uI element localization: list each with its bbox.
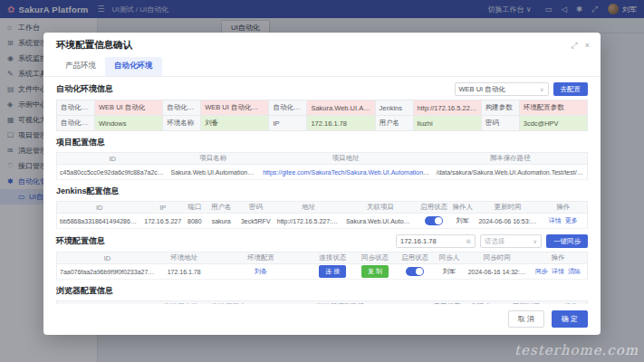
env-table: ID环境地址环境配置连接状态同步状态启用状态同步人同步时间操作7aa076faa… <box>56 252 588 280</box>
table-cell: Sakura.Web.UI.Automation.Test <box>168 165 259 180</box>
env-ip-input[interactable]: 172.16.1.78 ⊗ <box>396 234 476 248</box>
confirm-button[interactable]: 确 定 <box>552 310 588 328</box>
cell-text: Sakura.Web.UI.Automation.Test <box>346 218 418 224</box>
automation-type-select[interactable]: WEB UI 自动化∨ <box>455 82 549 96</box>
column-header: 项目名称 <box>168 153 259 165</box>
status-action-button[interactable]: 复 制 <box>361 265 389 278</box>
go-config-button[interactable]: 去配置 <box>553 82 589 96</box>
desc-value: Windows <box>95 116 163 131</box>
column-header: 端口 <box>184 202 205 214</box>
column-header: 环境配置 <box>210 252 311 264</box>
desc-label: IP <box>269 116 307 131</box>
cell-text: 172.16.5.227 <box>144 218 181 224</box>
enable-toggle[interactable] <box>425 216 443 225</box>
cell-text: 2024-06-16 14:32:28 <box>468 269 527 275</box>
table-cell: 刘军 <box>434 264 466 280</box>
action-links: 详情更多 <box>547 217 580 224</box>
section-title-jenkins: Jenkins配置信息 <box>56 186 588 197</box>
table-cell: Sakura.Web.UI.Automation.Test <box>343 214 418 229</box>
column-header: 用户名 <box>206 202 237 214</box>
table-cell <box>418 214 449 229</box>
table-cell: 连 接 <box>312 264 354 280</box>
desc-label: 构建参数 <box>481 100 519 116</box>
desc-value: 3cdc@HPV <box>519 116 587 131</box>
column-header: 脚本保存路径 <box>434 153 588 165</box>
column-header: 同步时间 <box>466 252 529 264</box>
column-header: ID <box>57 252 158 264</box>
env-confirm-dialog: 环境配置信息确认 ⤢ × 产品环境 自动化环境 自动化环境信息 WEB UI 自… <box>43 33 601 335</box>
project-table: ID项目名称项目地址脚本保存路径c45a80cc5cc0e92da6c9fc88… <box>56 152 588 180</box>
column-header: 启用状态 <box>397 252 434 264</box>
section-title-project: 项目配置信息 <box>56 137 588 148</box>
cancel-button[interactable]: 取 消 <box>508 310 544 328</box>
table-cell: 8080 <box>184 214 205 229</box>
cell-text: sakura <box>212 218 231 224</box>
table-cell: /data/sakura/Sakura.Web.UI.Automation.Te… <box>434 165 588 180</box>
action-links: 同步详情清除 <box>533 268 582 274</box>
column-header: 地址 <box>274 202 343 214</box>
table-cell: https://gitee.com/SakuraTech/Sakura.Web.… <box>258 165 433 180</box>
column-header: ID <box>57 153 168 165</box>
column-header: 同步人 <box>434 252 466 264</box>
cell-text: Sakura.Web.UI.Automation.Test <box>171 169 259 176</box>
action-link[interactable]: 更多 <box>565 217 578 224</box>
cell-text: 8080 <box>187 218 202 224</box>
cell-link[interactable]: https://gitee.com/SakuraTech/Sakura.Web.… <box>263 169 433 176</box>
tab-product-env[interactable]: 产品环境 <box>56 57 105 76</box>
column-header: 连接状态 <box>312 252 354 264</box>
table-cell: 复 制 <box>354 264 397 280</box>
clear-input-icon[interactable]: ⊗ <box>466 238 471 245</box>
desc-label: 环境名称 <box>163 116 201 131</box>
cell-text: /data/sakura/Sakura.Web.UI.Automation.Te… <box>437 169 588 176</box>
desc-value: WEB UI 自动化 <box>95 100 163 116</box>
table-cell: 刘备 <box>210 264 311 280</box>
dialog-expand-icon[interactable]: ⤢ <box>572 41 578 51</box>
desc-value: 172.16.1.78 <box>307 116 375 131</box>
section-title-env: 环境配置信息 <box>56 235 396 247</box>
env-select[interactable]: 请选择∨ <box>480 234 542 248</box>
status-action-button[interactable]: 连 接 <box>319 265 346 278</box>
action-link[interactable]: 详情 <box>552 268 564 274</box>
table-cell: 详情更多 <box>540 214 588 229</box>
dialog-title: 环境配置信息确认 <box>56 39 564 52</box>
cell-text: http://172.16.5.227:8080 <box>277 218 343 224</box>
cell-text: 刘军 <box>457 217 469 224</box>
column-header: 操作 <box>529 252 588 264</box>
tab-automation-env[interactable]: 自动化环境 <box>105 57 162 76</box>
cell-text: 172.16.1.78 <box>168 269 201 275</box>
column-header: IP <box>141 202 184 214</box>
cell-text: bb5868a331864149428610 2c5f9754c6 <box>60 218 141 224</box>
column-header: 更新时间 <box>476 202 539 214</box>
action-link[interactable]: 详情 <box>549 217 562 224</box>
table-cell: 172.16.1.78 <box>158 264 211 280</box>
desc-label: Jenkins <box>375 100 413 116</box>
table-cell: http://172.16.5.227:8080 <box>274 214 343 229</box>
column-header: 环境地址 <box>158 252 211 264</box>
desc-value: http://172.16.5.227:8080 <box>413 100 481 116</box>
desc-label: 密码 <box>481 116 519 131</box>
column-header: 同步状态 <box>354 252 397 264</box>
table-cell: 同步详情清除 <box>529 264 588 280</box>
table-cell: 7aa076faa2a96b9f9f0f0233a27637f8 <box>57 264 158 280</box>
action-link[interactable]: 清除 <box>568 268 581 274</box>
desc-label: 用户名 <box>375 116 413 131</box>
table-cell: 2024-06-06 16:53:21 <box>476 214 539 229</box>
cell-text: 2024-06-06 16:53:21 <box>478 218 537 224</box>
desc-value: WEB UI 自动化测试配置 <box>201 100 269 116</box>
one-key-sync-button[interactable]: 一键同步 <box>546 234 588 248</box>
dialog-close-icon[interactable]: × <box>585 41 590 50</box>
table-row: c45a80cc5cc0e92da6c9fc88a7a2cd46Sakura.W… <box>57 165 588 180</box>
column-header: 操作人 <box>449 202 476 214</box>
column-header: 操作 <box>540 202 588 214</box>
enable-toggle[interactable] <box>406 267 424 276</box>
table-cell <box>397 264 434 280</box>
table-row: 7aa076faa2a96b9f9f0f0233a27637f8172.16.1… <box>57 264 588 280</box>
column-header: 项目地址 <box>258 153 433 165</box>
table-cell: 172.16.5.227 <box>141 214 184 229</box>
column-header: 关联项目 <box>343 202 418 214</box>
action-link[interactable]: 同步 <box>535 268 548 274</box>
cell-link[interactable]: 刘备 <box>255 268 267 274</box>
section-title-automation-env: 自动化环境信息 <box>56 83 455 95</box>
desc-value: 环境配置参数 <box>519 100 587 116</box>
cell-text: c45a80cc5cc0e92da6c9fc88a7a2cd46 <box>60 169 168 176</box>
